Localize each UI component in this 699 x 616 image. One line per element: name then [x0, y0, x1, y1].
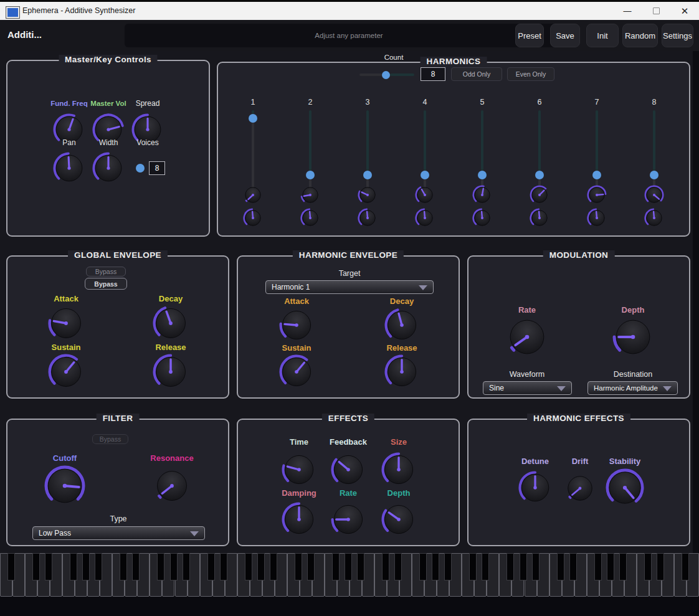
- harmonic-detail-knob[interactable]: [415, 208, 435, 230]
- harmonic-release-knob[interactable]: [384, 354, 419, 392]
- black-key[interactable]: [332, 553, 340, 580]
- fx-feedback-knob[interactable]: [331, 452, 366, 490]
- global-bypass-button-top[interactable]: Bypass: [86, 267, 126, 277]
- harmonic-level-slider[interactable]: [596, 110, 598, 189]
- harmonic-level-slider[interactable]: [481, 110, 483, 189]
- harmonic-level-slider[interactable]: [366, 110, 369, 189]
- black-key[interactable]: [95, 553, 102, 580]
- parameter-search-input[interactable]: [125, 24, 573, 47]
- harmonic-slider-thumb[interactable]: [421, 171, 429, 179]
- destination-dropdown[interactable]: Harmonic Amplitude: [587, 381, 678, 395]
- black-key[interactable]: [506, 553, 514, 580]
- count-value-box[interactable]: 8: [421, 67, 445, 81]
- black-key[interactable]: [432, 553, 439, 580]
- harmonic-attack-knob[interactable]: [279, 308, 314, 345]
- harmonic-phase-knob[interactable]: [530, 185, 549, 207]
- harmonic-phase-knob[interactable]: [300, 185, 320, 207]
- harmonic-decay-knob[interactable]: [384, 308, 419, 345]
- harmonic-slider-thumb[interactable]: [592, 171, 601, 179]
- harmonic-detail-knob[interactable]: [530, 208, 549, 230]
- harmonic-slider-thumb[interactable]: [249, 114, 257, 123]
- black-key[interactable]: [607, 553, 614, 580]
- count-slider-thumb[interactable]: [382, 71, 390, 79]
- harmonic-slider-thumb[interactable]: [306, 171, 315, 179]
- black-key[interactable]: [557, 553, 564, 580]
- global-decay-knob[interactable]: [153, 305, 189, 344]
- harmonic-detail-knob[interactable]: [644, 208, 664, 230]
- fx-rate-knob[interactable]: [331, 502, 366, 539]
- black-key[interactable]: [357, 553, 364, 580]
- black-key[interactable]: [257, 553, 265, 580]
- current-preset-name[interactable]: Additi...: [7, 29, 42, 40]
- harmonic-slider-thumb[interactable]: [478, 171, 487, 179]
- voices-value-box[interactable]: 8: [149, 161, 165, 175]
- harmonic-slider-thumb[interactable]: [650, 171, 659, 179]
- black-key[interactable]: [594, 553, 602, 580]
- harmonic-detail-knob[interactable]: [587, 208, 607, 230]
- black-key[interactable]: [569, 553, 577, 580]
- harmonic-sustain-knob[interactable]: [279, 354, 314, 392]
- global-release-knob[interactable]: [153, 354, 189, 392]
- fx-damping-knob[interactable]: [282, 502, 316, 539]
- black-key[interactable]: [132, 553, 140, 580]
- close-button[interactable]: ✕: [670, 2, 699, 20]
- harmonic-slider-thumb[interactable]: [363, 171, 372, 179]
- harmonic-phase-knob[interactable]: [243, 185, 263, 207]
- fx-depth-knob[interactable]: [381, 502, 416, 539]
- black-key[interactable]: [120, 553, 127, 580]
- black-key[interactable]: [45, 553, 52, 580]
- pan-knob[interactable]: [53, 152, 85, 187]
- harmonic-phase-knob[interactable]: [587, 185, 607, 207]
- black-key[interactable]: [619, 553, 627, 580]
- drift-knob[interactable]: [565, 473, 595, 506]
- minimize-button[interactable]: —: [613, 2, 642, 20]
- init-button[interactable]: Init: [586, 24, 619, 47]
- save-button[interactable]: Save: [550, 24, 580, 47]
- harmonic-detail-knob[interactable]: [300, 208, 320, 230]
- harmonic-phase-knob[interactable]: [644, 185, 664, 207]
- global-attack-knob[interactable]: [48, 305, 84, 344]
- detune-knob[interactable]: [518, 471, 552, 507]
- harmonic-level-slider[interactable]: [424, 110, 426, 189]
- filter-type-dropdown[interactable]: Low Pass: [32, 526, 205, 540]
- width-knob[interactable]: [92, 152, 125, 187]
- black-key[interactable]: [532, 553, 540, 580]
- black-key[interactable]: [482, 553, 489, 580]
- preset-button[interactable]: Preset: [515, 24, 544, 47]
- black-key[interactable]: [345, 553, 352, 580]
- odd-only-button[interactable]: Odd Only: [451, 67, 502, 81]
- black-key[interactable]: [295, 553, 302, 580]
- even-only-button[interactable]: Even Only: [507, 67, 554, 81]
- black-key[interactable]: [682, 553, 689, 580]
- black-key[interactable]: [245, 553, 252, 580]
- settings-button[interactable]: Settings: [662, 24, 693, 47]
- harmonic-level-slider[interactable]: [252, 110, 254, 189]
- harmonic-phase-knob[interactable]: [415, 185, 435, 207]
- target-dropdown[interactable]: Harmonic 1: [265, 280, 434, 294]
- black-key[interactable]: [520, 553, 527, 580]
- black-key[interactable]: [207, 553, 215, 580]
- cutoff-knob[interactable]: [44, 465, 85, 509]
- harmonic-detail-knob[interactable]: [243, 208, 263, 230]
- black-key[interactable]: [644, 553, 652, 580]
- black-key[interactable]: [82, 553, 90, 580]
- black-key[interactable]: [157, 553, 164, 580]
- mod-depth-knob[interactable]: [612, 316, 654, 360]
- black-key[interactable]: [657, 553, 664, 580]
- harmonic-phase-knob[interactable]: [358, 185, 378, 207]
- stability-knob[interactable]: [606, 468, 644, 509]
- black-key[interactable]: [32, 553, 40, 580]
- global-sustain-knob[interactable]: [48, 354, 84, 392]
- random-button[interactable]: Random: [622, 24, 658, 47]
- black-key[interactable]: [220, 553, 227, 580]
- black-key[interactable]: [183, 553, 190, 580]
- black-key[interactable]: [7, 553, 15, 580]
- harmonic-level-slider[interactable]: [309, 110, 311, 189]
- black-key[interactable]: [382, 553, 389, 580]
- voices-slider-thumb[interactable]: [136, 164, 145, 173]
- black-key[interactable]: [270, 553, 277, 580]
- black-key[interactable]: [469, 553, 477, 580]
- harmonic-detail-knob[interactable]: [358, 208, 378, 230]
- waveform-dropdown[interactable]: Sine: [483, 381, 572, 395]
- maximize-button[interactable]: [642, 2, 670, 20]
